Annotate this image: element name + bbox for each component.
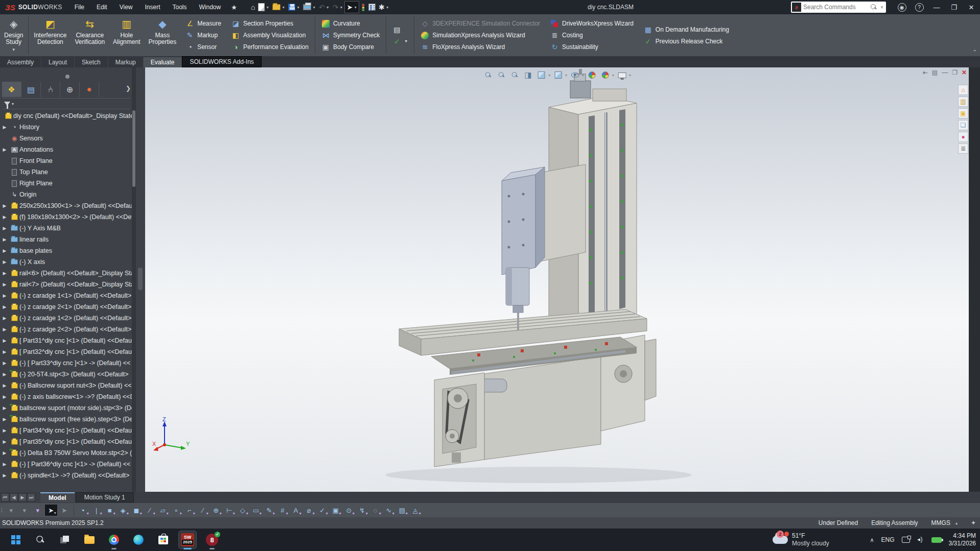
rebuild-traffic-light-icon[interactable] bbox=[359, 1, 367, 13]
ribbon-driveworksxpress-wizard-button[interactable]: DriveWorksXpress Wizard bbox=[548, 18, 636, 29]
task-view-button[interactable] bbox=[56, 531, 74, 548]
filter-midpoints-icon[interactable]: ⊢▾ bbox=[223, 504, 236, 516]
graphics-viewport[interactable]: ◨▼▼▼▼▼ ⇤▤—❐✕ ⌂▥▣❏●≣ Z Y X bbox=[145, 67, 969, 492]
ribbon-performance-evaluation-button[interactable]: ◑Performance Evaluation bbox=[229, 42, 311, 53]
tab-layout[interactable]: Layout bbox=[41, 57, 75, 67]
view-settings-icon[interactable] bbox=[616, 69, 628, 81]
tab-evaluate[interactable]: Evaluate bbox=[144, 57, 182, 67]
restore-button[interactable]: ❐ bbox=[945, 4, 963, 11]
tree-item[interactable]: ↳Origin bbox=[0, 189, 132, 200]
minimize-doc-icon[interactable]: — bbox=[942, 69, 948, 76]
design-checker-icon[interactable]: ✓▼ bbox=[390, 36, 410, 46]
ribbon-mass-properties-button[interactable]: ◆MassProperties bbox=[144, 14, 180, 56]
options-gear-icon[interactable]: ✱▼ bbox=[377, 1, 391, 13]
expand-arrow-icon[interactable]: ▶ bbox=[0, 417, 9, 422]
menu-view[interactable]: View bbox=[114, 1, 138, 13]
tree-item[interactable]: ▶base plates bbox=[0, 245, 132, 256]
taskpane-custom-properties-icon[interactable]: ≣ bbox=[958, 143, 968, 154]
microsoft-store-button[interactable] bbox=[154, 531, 172, 548]
tree-item[interactable]: ◉Sensors bbox=[0, 133, 132, 144]
tree-item[interactable]: ▶AAnnotations bbox=[0, 144, 132, 155]
command-search[interactable]: ≥ Search Commands ▼ bbox=[791, 2, 886, 13]
expand-arrow-icon[interactable]: ▶ bbox=[0, 282, 9, 287]
ribbon-on-demand-manufacturing-button[interactable]: ▦On Demand Manufacturing bbox=[642, 24, 731, 35]
expand-arrow-icon[interactable]: ▶ bbox=[0, 439, 9, 444]
language-indicator[interactable]: ENG bbox=[881, 536, 895, 543]
previous-view-icon[interactable] bbox=[509, 69, 521, 81]
tree-item[interactable]: ▶(-) [ Part33^diy cnc ]<1> -> (Default) … bbox=[0, 357, 132, 369]
filter-axes-icon[interactable]: ⁄▾ bbox=[143, 504, 156, 516]
pin-menu-icon[interactable]: ★ bbox=[231, 4, 237, 11]
view-orientation-icon[interactable] bbox=[535, 69, 548, 81]
display-style-icon[interactable] bbox=[552, 69, 565, 81]
filter-blocks-icon[interactable]: ▣▾ bbox=[329, 504, 342, 516]
undo-icon[interactable]: ↶▼ bbox=[317, 1, 331, 13]
filter-tables-icon[interactable]: ▤▾ bbox=[395, 504, 409, 516]
status-units[interactable]: MMGS ▴ bbox=[931, 519, 958, 526]
open-document-icon[interactable]: ▼ bbox=[271, 1, 287, 13]
filter-annotations-icon[interactable]: ✎▾ bbox=[263, 504, 276, 516]
tree-item[interactable]: ▶(-) z caradge 2<2> (Default) <<Default> bbox=[0, 324, 132, 335]
new-document-icon[interactable]: ▼ bbox=[256, 1, 271, 13]
tree-item[interactable]: ▶(-) z caradge 1<1> (Default) <<Default> bbox=[0, 290, 132, 301]
tree-item[interactable]: ▶(-) [ Part36^diy cnc ]<1> -> (Default) … bbox=[0, 459, 132, 470]
ribbon-design-study-button[interactable]: ◈DesignStudy▼ bbox=[0, 14, 27, 56]
home-icon[interactable]: ⌂ bbox=[249, 1, 256, 13]
tree-item[interactable]: ▶ballscrew suport (free side).step<3> (D… bbox=[0, 414, 132, 425]
taskpane-home-icon[interactable]: ⌂ bbox=[958, 85, 968, 95]
ribbon-simulationxpress-analysis-wizard-button[interactable]: SimulationXpress Analysis Wizard bbox=[418, 30, 542, 41]
chrome-button[interactable] bbox=[105, 531, 123, 548]
filter-routing-points-icon[interactable]: ↯▾ bbox=[356, 504, 369, 516]
expand-arrow-icon[interactable]: ▶ bbox=[0, 125, 9, 130]
tree-item[interactable]: ▶ballscrew suport (motor side).stp<3> (D… bbox=[0, 402, 132, 414]
ribbon-measure-button[interactable]: ∠Measure bbox=[183, 18, 223, 29]
volume-icon[interactable] bbox=[917, 537, 924, 543]
expand-arrow-icon[interactable]: ▶ bbox=[0, 372, 9, 377]
clock[interactable]: 4:34 PM 3/31/2026 bbox=[949, 532, 976, 547]
file-explorer-button[interactable] bbox=[81, 531, 98, 548]
filter-surface-bodies-icon[interactable]: ◈▾ bbox=[116, 504, 130, 516]
ribbon-sensor-button[interactable]: ◔Sensor bbox=[183, 42, 223, 53]
window-list-icon[interactable]: ▤ bbox=[932, 69, 938, 76]
redo-icon[interactable]: ↷▼ bbox=[331, 1, 345, 13]
ribbon-sustainability-button[interactable]: ↻Sustainability bbox=[548, 42, 636, 53]
filter-center-marks-icon[interactable]: ⊕▾ bbox=[209, 504, 223, 516]
ribbon-symmetry-check-button[interactable]: ⋈Symmetry Check bbox=[319, 30, 382, 41]
tree-item[interactable]: ▶linear rails bbox=[0, 234, 132, 245]
print-icon[interactable]: ▼ bbox=[301, 1, 317, 13]
filter-surface-finish-icon[interactable]: ⌀▾ bbox=[302, 504, 316, 516]
clear-all-filters-icon[interactable]: ▾ bbox=[5, 504, 18, 516]
search-icon[interactable] bbox=[871, 4, 877, 10]
hide-show-items-icon-dropdown[interactable]: ▼ bbox=[581, 74, 585, 77]
tree-item[interactable]: ▶[ Part32^diy cnc ]<1> (Default) <<Defau bbox=[0, 346, 132, 357]
select-all-filters-icon[interactable]: ▾ bbox=[18, 504, 31, 516]
filter-sketch-points-icon[interactable]: ∘▾ bbox=[170, 504, 183, 516]
tree-item[interactable]: ▶(-) Ballscrew suport nut<3> (Default) <… bbox=[0, 380, 132, 391]
zoom-fit-icon[interactable] bbox=[482, 69, 495, 81]
menu-tools[interactable]: Tools bbox=[168, 1, 192, 13]
ribbon-interference-detection-button[interactable]: ◩InterferenceDetection bbox=[30, 14, 71, 56]
ribbon-previous-release-check-button[interactable]: ✓Previous Release Check bbox=[642, 36, 731, 46]
panel-tab-featuremanager-tree[interactable]: ❖ bbox=[2, 82, 21, 97]
view-settings-icon-dropdown[interactable]: ▼ bbox=[628, 74, 632, 77]
filter-sketches-icon[interactable]: ∕▾ bbox=[196, 504, 209, 516]
tree-item[interactable]: ▶[ Part34^diy cnc ]<1> (Default) <<Defau bbox=[0, 425, 132, 436]
taskpane-file-explorer-icon[interactable]: ▣ bbox=[958, 108, 968, 118]
apply-scene-icon[interactable] bbox=[599, 69, 611, 81]
tree-item[interactable]: ▶(-) spindle<1> ->? (Default) <<Default> bbox=[0, 470, 132, 481]
tree-scrollbar-thumb[interactable] bbox=[132, 110, 135, 187]
tree-filter-row[interactable]: ▾ bbox=[2, 98, 130, 109]
filter-balloons-icon[interactable]: ◬▾ bbox=[409, 504, 422, 516]
check-active-document-icon[interactable]: ▤ bbox=[390, 24, 410, 35]
tree-item[interactable]: ▶(-) z caradge 1<2> (Default) <<Default> bbox=[0, 313, 132, 324]
filter-planes-icon[interactable]: ▱▾ bbox=[156, 504, 170, 516]
menu-insert[interactable]: Insert bbox=[140, 1, 166, 13]
filter-dimensions-icon[interactable]: ▭▾ bbox=[249, 504, 263, 516]
taskpane-appearances-icon[interactable]: ● bbox=[958, 132, 968, 142]
filter-vertices-icon[interactable]: •▾ bbox=[77, 504, 90, 516]
tree-item[interactable]: Top Plane bbox=[0, 166, 132, 178]
select-arrow-icon[interactable]: ➤▼ bbox=[344, 1, 359, 13]
expand-arrow-icon[interactable]: ▶ bbox=[0, 338, 9, 343]
start-button[interactable] bbox=[7, 531, 25, 548]
panel-tab-displaymanager[interactable]: ● bbox=[80, 82, 99, 97]
